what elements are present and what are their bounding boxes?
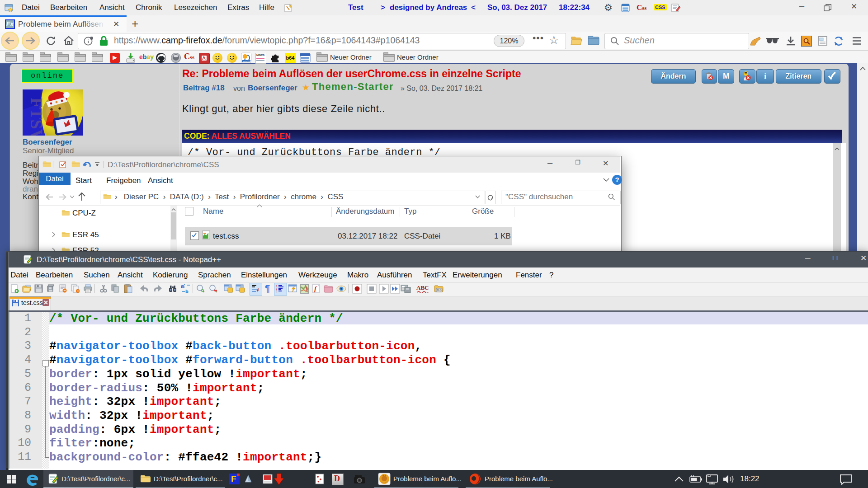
- svg-text:wetterOnline: wetterOnline: [243, 61, 252, 62]
- svg-text:b: b: [185, 289, 189, 294]
